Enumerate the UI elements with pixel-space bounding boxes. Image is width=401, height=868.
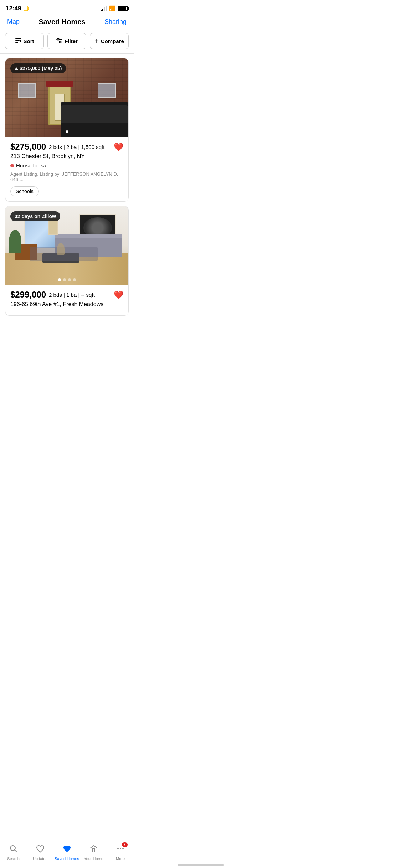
moon-icon: 🌙 [23,6,29,11]
listing-address-2: 196-65 69th Ave #1, Fresh Meadows [10,301,123,308]
filter-label: Filter [65,38,78,44]
listing-card-1[interactable]: $275,000 (May 25) $275,000 2 bds | 2 ba … [5,58,129,202]
svg-point-5 [57,38,59,40]
compare-label: Compare [101,38,124,44]
price-change-badge: $275,000 (May 25) [10,63,66,73]
listing-address-1: 213 Chester St, Brooklyn, NY [10,153,123,160]
schools-tag[interactable]: Schools [10,186,39,196]
toolbar: Sort Filter + Compare [0,30,134,54]
listing-info-2: $299,000 2 bds | 1 ba | -- sqft ❤️ 196-6… [5,285,128,315]
listing-status-dot-1 [10,164,14,167]
days-on-zillow-badge: 32 days on Zillow [10,211,60,221]
dot-4-2 [73,278,76,281]
status-bar: 12:49 🌙 📶 [0,0,134,15]
sort-label: Sort [24,38,34,44]
favorite-icon-2[interactable]: ❤️ [114,290,123,300]
compare-icon: + [94,37,99,45]
sharing-button[interactable]: Sharing [104,18,127,26]
filter-button[interactable]: Filter [47,33,86,49]
listing-specs-2: 2 bds | 1 ba | -- sqft [49,292,95,298]
svg-point-6 [60,41,61,43]
listing-price-2: $299,000 [10,290,46,300]
dot-1-2 [58,278,61,281]
listing-type-1: House for sale [16,162,51,169]
agent-listing-1: Agent Listing, Listing by: JEFFERSON ANG… [10,171,123,182]
tags-row-1: Schools [10,186,123,196]
compare-button[interactable]: + Compare [90,33,129,49]
status-time: 12:49 [6,5,21,12]
listing-card-2[interactable]: 32 days on Zillow $299,000 2 bds | 1 ba … [5,206,129,316]
signal-icon [101,6,107,11]
dot-1 [66,130,68,133]
listing-price-1: $275,000 [10,142,46,152]
dot-3-2 [68,278,71,281]
price-details-1: $275,000 2 bds | 2 ba | 1,500 sqft [10,142,104,152]
price-row-2: $299,000 2 bds | 1 ba | -- sqft ❤️ [10,290,123,300]
image-pagination [66,130,68,133]
map-button[interactable]: Map [7,18,20,26]
price-badge-text: $275,000 (May 25) [20,66,62,71]
wifi-icon: 📶 [109,5,116,12]
dot-2-2 [63,278,66,281]
listing-image-1[interactable]: $275,000 (May 25) [5,58,128,137]
header: Map Saved Homes Sharing [0,15,134,30]
listing-specs-1: 2 bds | 2 ba | 1,500 sqft [49,144,104,150]
image-pagination-2 [58,278,76,281]
favorite-icon-1[interactable]: ❤️ [114,143,123,152]
filter-icon [56,37,62,45]
listing-info-1: $275,000 2 bds | 2 ba | 1,500 sqft ❤️ 21… [5,137,128,201]
listing-type-row-1: House for sale [10,162,123,169]
battery-icon [118,6,128,11]
price-up-icon [15,67,18,70]
sort-button[interactable]: Sort [5,33,44,49]
listings-scroll[interactable]: $275,000 (May 25) $275,000 2 bds | 2 ba … [0,58,134,352]
price-details-2: $299,000 2 bds | 1 ba | -- sqft [10,290,95,300]
sort-icon [15,37,21,45]
status-icons: 📶 [101,5,128,12]
page-title: Saved Homes [38,18,85,26]
plant-element [9,230,21,253]
price-row-1: $275,000 2 bds | 2 ba | 1,500 sqft ❤️ [10,142,123,152]
listing-image-2[interactable]: 32 days on Zillow [5,206,128,285]
